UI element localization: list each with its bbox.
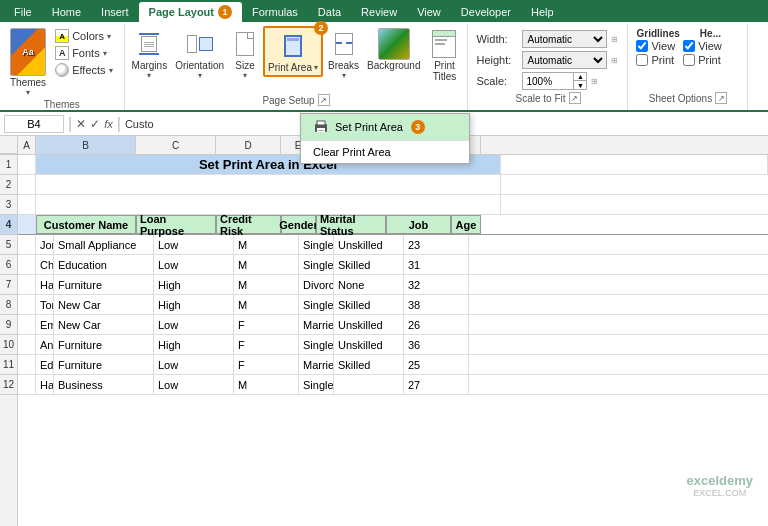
tab-formulas[interactable]: Formulas bbox=[242, 2, 308, 22]
height-select[interactable]: Automatic bbox=[522, 51, 607, 69]
table-cell[interactable]: M bbox=[234, 275, 299, 294]
tab-developer[interactable]: Developer bbox=[451, 2, 521, 22]
cell-h4[interactable]: Age bbox=[451, 215, 481, 234]
table-cell[interactable]: 27 bbox=[404, 375, 469, 394]
effects-button[interactable]: Effects ▾ bbox=[52, 62, 115, 78]
breaks-button[interactable]: Breaks ▾ bbox=[325, 26, 362, 82]
table-cell[interactable]: M bbox=[234, 255, 299, 274]
tab-page-layout[interactable]: Page Layout 1 bbox=[139, 2, 242, 22]
scale-down[interactable]: ▼ bbox=[574, 81, 586, 90]
table-cell[interactable]: Skilled bbox=[334, 255, 404, 274]
table-cell[interactable]: Married bbox=[299, 315, 334, 334]
table-cell[interactable]: M bbox=[234, 295, 299, 314]
table-cell[interactable]: Furniture bbox=[54, 335, 154, 354]
table-cell[interactable]: Furniture bbox=[54, 275, 154, 294]
cell-f4[interactable]: Marital Status bbox=[316, 215, 386, 234]
cell-c4[interactable]: Loan Purpose bbox=[136, 215, 216, 234]
table-cell[interactable]: Small Appliance bbox=[54, 235, 154, 254]
width-select[interactable]: Automatic bbox=[522, 30, 607, 48]
margins-button[interactable]: Margins ▾ bbox=[129, 26, 171, 82]
table-cell[interactable]: Ema Bulgese bbox=[36, 315, 54, 334]
cell-a1[interactable] bbox=[18, 155, 36, 174]
table-cell[interactable]: Divorced bbox=[299, 275, 334, 294]
table-cell[interactable]: F bbox=[234, 355, 299, 374]
gridlines-print-check[interactable] bbox=[636, 54, 648, 66]
table-cell[interactable]: Harold Finch bbox=[36, 275, 54, 294]
table-cell[interactable]: 26 bbox=[404, 315, 469, 334]
cell-b4[interactable]: Customer Name bbox=[36, 215, 136, 234]
tab-insert[interactable]: Insert bbox=[91, 2, 139, 22]
table-cell[interactable]: Harry Hofster bbox=[36, 375, 54, 394]
table-cell[interactable]: Low bbox=[154, 255, 234, 274]
headings-print-check[interactable] bbox=[683, 54, 695, 66]
table-cell[interactable]: Christofer Malfoy bbox=[36, 255, 54, 274]
cell-e4[interactable]: Gender bbox=[281, 215, 316, 234]
tab-data[interactable]: Data bbox=[308, 2, 351, 22]
clear-print-area-item[interactable]: Clear Print Area bbox=[301, 141, 469, 163]
table-cell[interactable]: 38 bbox=[404, 295, 469, 314]
table-cell[interactable] bbox=[334, 375, 404, 394]
table-cell[interactable]: Married bbox=[299, 355, 334, 374]
scale-up[interactable]: ▲ bbox=[574, 72, 586, 81]
table-cell[interactable]: Single bbox=[299, 375, 334, 394]
table-cell[interactable]: Single bbox=[299, 235, 334, 254]
table-cell[interactable]: M bbox=[234, 235, 299, 254]
table-cell[interactable]: Low bbox=[154, 235, 234, 254]
scale-stepper[interactable]: ▲ ▼ bbox=[522, 72, 587, 90]
table-cell[interactable]: Low bbox=[154, 375, 234, 394]
cell-g4[interactable]: Job bbox=[386, 215, 451, 234]
table-cell[interactable]: New Car bbox=[54, 315, 154, 334]
table-cell[interactable]: Tom Clemency bbox=[36, 295, 54, 314]
themes-button[interactable]: Aa Themes ▾ bbox=[8, 26, 48, 99]
table-cell[interactable]: Low bbox=[154, 355, 234, 374]
table-cell[interactable]: F bbox=[234, 335, 299, 354]
table-cell[interactable]: 32 bbox=[404, 275, 469, 294]
table-cell[interactable]: 23 bbox=[404, 235, 469, 254]
cancel-icon[interactable]: ✕ bbox=[76, 117, 86, 131]
table-cell[interactable]: High bbox=[154, 275, 234, 294]
orientation-button[interactable]: Orientation ▾ bbox=[172, 26, 227, 82]
table-cell[interactable]: Unskilled bbox=[334, 235, 404, 254]
headings-view-check[interactable] bbox=[683, 40, 695, 52]
confirm-icon[interactable]: ✓ bbox=[90, 117, 100, 131]
table-cell[interactable]: Low bbox=[154, 315, 234, 334]
table-cell[interactable]: Unskilled bbox=[334, 315, 404, 334]
table-cell[interactable]: Ana Hathway bbox=[36, 335, 54, 354]
gridlines-view-check[interactable] bbox=[636, 40, 648, 52]
set-print-area-item[interactable]: Set Print Area 3 bbox=[301, 114, 469, 140]
table-cell[interactable]: Education bbox=[54, 255, 154, 274]
table-cell[interactable]: Business bbox=[54, 375, 154, 394]
tab-home[interactable]: Home bbox=[42, 2, 91, 22]
table-cell[interactable]: M bbox=[234, 375, 299, 394]
tab-help[interactable]: Help bbox=[521, 2, 564, 22]
tab-review[interactable]: Review bbox=[351, 2, 407, 22]
table-cell[interactable]: High bbox=[154, 295, 234, 314]
cell-reference-input[interactable] bbox=[4, 115, 64, 133]
table-cell[interactable]: None bbox=[334, 275, 404, 294]
table-cell[interactable]: High bbox=[154, 335, 234, 354]
table-cell[interactable]: Skilled bbox=[334, 355, 404, 374]
table-cell[interactable]: Furniture bbox=[54, 355, 154, 374]
table-cell[interactable]: Jonathan Swift bbox=[36, 235, 54, 254]
tab-file[interactable]: File bbox=[4, 2, 42, 22]
colors-button[interactable]: A Colors ▾ bbox=[52, 28, 115, 44]
table-cell[interactable]: Skilled bbox=[334, 295, 404, 314]
table-cell[interactable]: Eden Steve bbox=[36, 355, 54, 374]
table-cell[interactable]: 36 bbox=[404, 335, 469, 354]
cell-a4[interactable] bbox=[18, 215, 36, 234]
table-cell[interactable]: 31 bbox=[404, 255, 469, 274]
cell-a3[interactable] bbox=[18, 195, 36, 214]
table-cell[interactable]: 25 bbox=[404, 355, 469, 374]
background-button[interactable]: Background bbox=[364, 26, 423, 73]
table-cell[interactable]: Unskilled bbox=[334, 335, 404, 354]
table-cell[interactable]: Single bbox=[299, 295, 334, 314]
table-cell[interactable]: New Car bbox=[54, 295, 154, 314]
fonts-button[interactable]: A Fonts ▾ bbox=[52, 45, 115, 61]
table-cell[interactable]: Single bbox=[299, 335, 334, 354]
cell-a2[interactable] bbox=[18, 175, 36, 194]
print-area-button[interactable]: Print Area ▾ 2 bbox=[263, 26, 323, 77]
table-cell[interactable]: Single bbox=[299, 255, 334, 274]
cell-d4[interactable]: Credit Risk bbox=[216, 215, 281, 234]
tab-view[interactable]: View bbox=[407, 2, 451, 22]
size-button[interactable]: Size ▾ bbox=[229, 26, 261, 82]
